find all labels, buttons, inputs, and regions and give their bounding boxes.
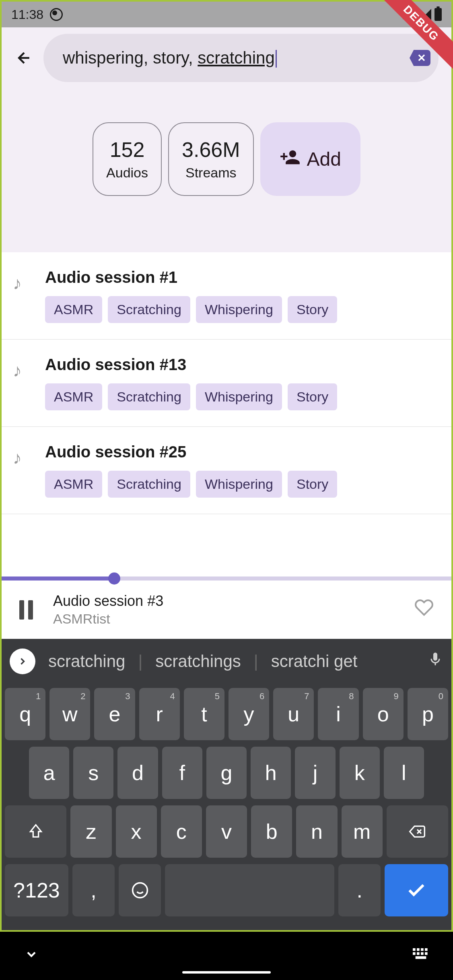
key-u[interactable]: u7: [273, 688, 314, 740]
session-row[interactable]: ♪Audio session #13ASMRScratchingWhisperi…: [2, 340, 451, 427]
status-time: 11:38: [11, 7, 43, 22]
audios-stat: 152 Audios: [93, 122, 162, 196]
session-title: Audio session #25: [45, 443, 439, 461]
player-title: Audio session #3: [53, 593, 394, 609]
key-d[interactable]: d: [117, 747, 158, 799]
key-k[interactable]: k: [340, 747, 380, 799]
key-e[interactable]: e3: [94, 688, 135, 740]
svg-rect-2: [417, 948, 420, 951]
tag[interactable]: Story: [288, 471, 337, 498]
key-q[interactable]: q1: [5, 688, 45, 740]
pause-button[interactable]: [19, 600, 33, 620]
key-a[interactable]: a: [29, 747, 69, 799]
key-x[interactable]: x: [116, 805, 157, 858]
key-p[interactable]: p0: [408, 688, 448, 740]
tag[interactable]: Scratching: [108, 383, 190, 410]
tag[interactable]: Scratching: [108, 296, 190, 323]
space-key[interactable]: [165, 864, 334, 916]
key-j[interactable]: j: [295, 747, 335, 799]
session-title: Audio session #13: [45, 356, 439, 374]
tag[interactable]: Scratching: [108, 471, 190, 498]
tag[interactable]: ASMR: [45, 471, 102, 498]
tag[interactable]: ASMR: [45, 383, 102, 410]
session-list[interactable]: ♪Audio session #1ASMRScratchingWhisperin…: [2, 252, 451, 576]
key-y[interactable]: y6: [229, 688, 269, 740]
svg-rect-8: [425, 952, 428, 955]
enter-key[interactable]: [385, 864, 448, 916]
comma-key[interactable]: ,: [72, 864, 115, 916]
backspace-key[interactable]: [387, 805, 448, 858]
nav-keyboard-switch[interactable]: [413, 948, 429, 964]
shift-key[interactable]: [5, 805, 66, 858]
battery-icon: [434, 8, 442, 21]
key-h[interactable]: h: [251, 747, 291, 799]
key-m[interactable]: m: [342, 805, 383, 858]
key-o[interactable]: o9: [363, 688, 404, 740]
person-add-icon: [280, 147, 301, 172]
music-note-icon: ♪: [13, 448, 29, 498]
music-note-icon: ♪: [13, 273, 29, 323]
key-g[interactable]: g: [206, 747, 247, 799]
search-input[interactable]: whispering, story, scratching ✕: [43, 34, 439, 82]
app-status-icon: [50, 8, 63, 21]
progress-bar[interactable]: [2, 576, 451, 581]
tag[interactable]: Whispering: [196, 296, 282, 323]
tag[interactable]: Whispering: [196, 383, 282, 410]
key-n[interactable]: n: [296, 805, 337, 858]
suggestion-1[interactable]: scratching: [40, 652, 133, 671]
music-note-icon: ♪: [13, 360, 29, 410]
status-bar: 11:38: [2, 2, 451, 27]
svg-rect-1: [413, 948, 416, 951]
nav-handle[interactable]: [182, 971, 271, 974]
mini-player[interactable]: Audio session #3 ASMRtist: [2, 576, 451, 639]
back-button[interactable]: [14, 48, 34, 68]
emoji-key[interactable]: [119, 864, 161, 916]
player-artist: ASMRtist: [53, 611, 394, 627]
key-f[interactable]: f: [162, 747, 202, 799]
key-r[interactable]: r4: [139, 688, 180, 740]
svg-rect-3: [421, 948, 424, 951]
suggestion-2[interactable]: scratchings: [147, 652, 249, 671]
suggestion-3[interactable]: scratchi get: [263, 652, 366, 671]
tag[interactable]: Story: [288, 296, 337, 323]
symbols-key[interactable]: ?123: [5, 864, 68, 916]
key-c[interactable]: c: [161, 805, 202, 858]
svg-rect-9: [416, 956, 426, 959]
key-l[interactable]: l: [384, 747, 424, 799]
key-i[interactable]: i8: [318, 688, 358, 740]
mic-button[interactable]: [427, 651, 443, 671]
nav-hide-keyboard[interactable]: [24, 947, 39, 965]
session-row[interactable]: ♪Audio session #1ASMRScratchingWhisperin…: [2, 252, 451, 340]
svg-point-0: [132, 883, 147, 898]
tag[interactable]: ASMR: [45, 296, 102, 323]
expand-suggestions-button[interactable]: [10, 649, 35, 674]
svg-rect-5: [413, 952, 416, 955]
key-b[interactable]: b: [251, 805, 292, 858]
key-z[interactable]: z: [70, 805, 111, 858]
tag[interactable]: Story: [288, 383, 337, 410]
period-key[interactable]: .: [338, 864, 381, 916]
svg-rect-4: [425, 948, 428, 951]
svg-rect-6: [417, 952, 420, 955]
svg-rect-7: [421, 952, 424, 955]
key-w[interactable]: w2: [49, 688, 90, 740]
session-title: Audio session #1: [45, 268, 439, 286]
add-button[interactable]: Add: [260, 122, 360, 196]
key-v[interactable]: v: [206, 805, 247, 858]
key-t[interactable]: t5: [184, 688, 224, 740]
streams-stat: 3.66M Streams: [168, 122, 254, 196]
session-row[interactable]: ♪Audio session #25ASMRScratchingWhisperi…: [2, 427, 451, 514]
favorite-button[interactable]: [414, 598, 434, 622]
search-text: whispering, story, scratching: [63, 48, 410, 68]
key-s[interactable]: s: [73, 747, 113, 799]
clear-search-button[interactable]: ✕: [410, 50, 430, 66]
tag[interactable]: Whispering: [196, 471, 282, 498]
keyboard[interactable]: scratching | scratchings | scratchi get …: [2, 639, 451, 930]
